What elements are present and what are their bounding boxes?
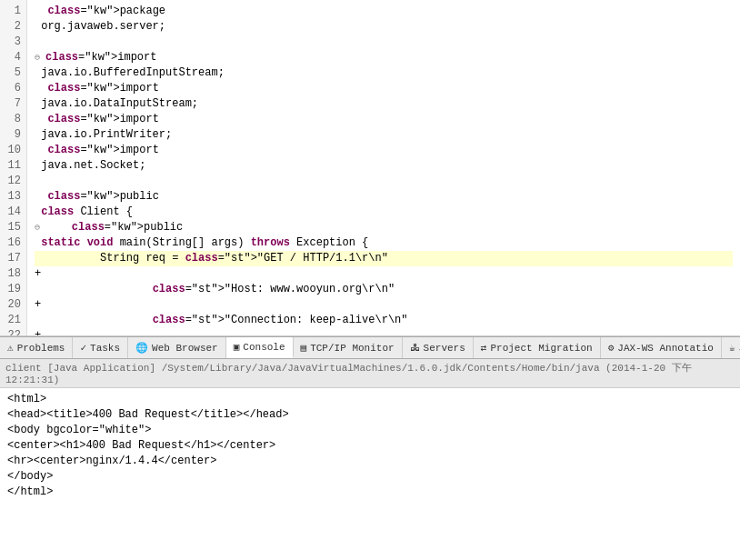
code-line: class="kw">public (35, 189, 733, 205)
line-number: 16 (5, 235, 21, 251)
tab-icon-jaxws: ⚙ (608, 342, 615, 354)
line-number: 5 (5, 65, 21, 81)
code-line (35, 174, 733, 189)
tab-servers[interactable]: 🖧 Servers (403, 337, 474, 358)
line-number: 7 (5, 96, 21, 112)
tab-icon-tasks: ✓ (80, 342, 86, 354)
line-number: 17 (5, 251, 21, 266)
line-number: 10 (5, 143, 21, 158)
tab-icon-servers: 🖧 (410, 342, 420, 354)
console-output-line: <head><title>400 Bad Request</title></he… (7, 407, 733, 423)
line-number: 1 (5, 4, 21, 19)
console-terminated: client [Java Application] /System/Librar… (5, 363, 692, 385)
line-number: 3 (5, 35, 21, 50)
tab-projectmigration[interactable]: ⇄ Project Migration (474, 337, 601, 358)
fold-icon[interactable]: ⊖ (35, 50, 45, 65)
line-number: 13 (5, 189, 21, 205)
code-line: String req = class="st">"GET / HTTP/1.1\… (35, 251, 733, 266)
fold-icon[interactable]: ⊖ (35, 220, 45, 235)
tab-icon-jpa: ☕ (729, 342, 735, 354)
code-line: class="st">"Host: www.wooyun.org\r\n" (35, 282, 733, 297)
console-output: <html><head><title>400 Bad Request</titl… (0, 388, 740, 560)
line-number: 14 (5, 205, 21, 220)
tab-bar: ⚠ Problems ✓ Tasks 🌐 Web Browser ▣ Conso… (0, 337, 740, 359)
tab-icon-tcpip: ▤ (301, 342, 307, 354)
line-number: 15 (5, 220, 21, 235)
tab-label-servers: Servers (424, 343, 465, 354)
tab-icon-projectmigration: ⇄ (481, 342, 487, 354)
line-number: 11 (5, 158, 21, 174)
tab-problems[interactable]: ⚠ Problems (0, 337, 73, 358)
tab-jaxws[interactable]: ⚙ JAX-WS Annotatio (601, 337, 722, 358)
tab-tcpip[interactable]: ▤ TCP/IP Monitor (294, 337, 403, 358)
line-number: 4 (5, 50, 21, 65)
console-output-line: <center><h1>400 Bad Request</h1></center… (7, 438, 733, 454)
tab-label-projectmigration: Project Migration (490, 343, 592, 354)
line-number: 9 (5, 127, 21, 143)
tab-icon-problems: ⚠ (7, 342, 14, 354)
code-line: ⊖ class="kw">import (35, 50, 733, 65)
line-number: 8 (5, 112, 21, 127)
line-number: 19 (5, 282, 21, 297)
line-number: 2 (5, 19, 21, 35)
console-output-line: </html> (7, 485, 733, 500)
code-line: class="kw">package (35, 4, 733, 19)
tab-icon-console: ▣ (234, 341, 240, 353)
tab-webbrowser[interactable]: 🌐 Web Browser (128, 337, 226, 358)
code-line: ⊖ class="kw">public (35, 220, 733, 235)
bottom-panel: ⚠ Problems ✓ Tasks 🌐 Web Browser ▣ Conso… (0, 336, 740, 560)
line-number: 21 (5, 313, 21, 328)
line-number: 18 (5, 266, 21, 282)
tab-label-tcpip: TCP/IP Monitor (310, 343, 394, 354)
line-number: 20 (5, 297, 21, 313)
line-number: 22 (5, 328, 21, 336)
console-output-line: <hr><center>nginx/1.4.4</center> (7, 454, 733, 469)
code-line (35, 35, 733, 50)
console-output-line: <body bgcolor="white"> (7, 423, 733, 438)
code-line: class="kw">import (35, 81, 733, 96)
line-number: 12 (5, 174, 21, 189)
tab-label-console: Console (243, 342, 285, 353)
console-output-line: </body> (7, 469, 733, 485)
code-line: class="kw">import (35, 112, 733, 127)
tab-icon-webbrowser: 🌐 (135, 342, 148, 354)
tab-label-webbrowser: Web Browser (152, 343, 218, 354)
console-output-line: <html> (7, 392, 733, 407)
line-number: 6 (5, 81, 21, 96)
code-line: class="kw">import (35, 143, 733, 158)
tab-label-jaxws: JAX-WS Annotatio (617, 343, 714, 354)
console-header: client [Java Application] /System/Librar… (0, 359, 740, 388)
tab-jpa[interactable]: ☕ JPA Ar (722, 337, 740, 358)
tab-label-tasks: Tasks (90, 343, 120, 354)
code-content[interactable]: class="kw">package org.javaweb.server; ⊖… (27, 0, 740, 335)
tab-console[interactable]: ▣ Console (226, 337, 294, 358)
tab-label-problems: Problems (17, 343, 65, 354)
code-editor: 1234567891011121314151617181920212223242… (0, 0, 740, 336)
tab-tasks[interactable]: ✓ Tasks (73, 337, 128, 358)
line-numbers: 1234567891011121314151617181920212223242… (0, 0, 27, 335)
code-line: class="st">"Connection: keep-alive\r\n" (35, 313, 733, 328)
